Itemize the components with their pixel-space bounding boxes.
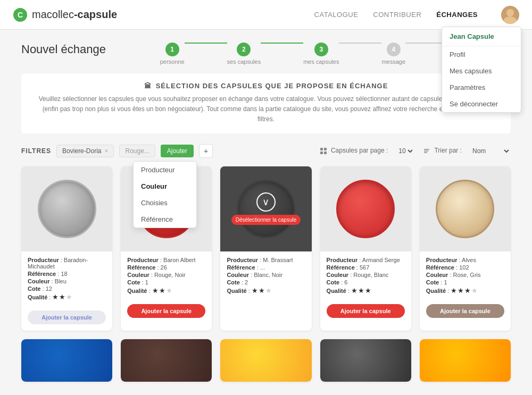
step-3: 3 mes capsules: [303, 43, 339, 65]
svg-rect-6: [324, 148, 327, 150]
step-circle-3: 3: [314, 43, 328, 56]
card-producteur-5: Producteur : Alves: [426, 257, 504, 263]
stars-5: ★★★★: [451, 287, 478, 295]
step-line-1: [185, 43, 227, 44]
card-cote-5: Cote : 1: [426, 279, 504, 285]
navbar: C macollec-capsule CATALOGUE CONTRIBUER …: [0, 0, 532, 30]
card-couleur-4: Couleur : Rouge, Blanc: [327, 272, 405, 278]
step-4: 4 message: [381, 43, 405, 65]
step-line-3: [339, 43, 381, 44]
step-label-2: ses capsules: [227, 58, 261, 65]
nav-catalogue[interactable]: CATALOGUE: [314, 11, 359, 19]
step-label-1: personne: [160, 58, 185, 65]
step-1: 1 personne: [160, 43, 185, 65]
plus-button[interactable]: +: [199, 144, 213, 158]
card-5: Producteur : Alves Référence : 102 Coule…: [420, 166, 511, 331]
card-body-4: Producteur : Armand Serge Référence : 56…: [320, 251, 411, 301]
filter-option-couleur[interactable]: Couleur: [134, 178, 196, 195]
sort-label: Trier par :: [423, 147, 462, 155]
partial-card-5: [420, 339, 511, 382]
add-capsule-button-5[interactable]: Ajouter la capsule: [426, 304, 504, 318]
nav-echanges[interactable]: ÉCHANGES: [436, 11, 478, 19]
selected-overlay: ∨ Désélectionner la capsule: [220, 166, 311, 251]
card-producteur-4: Producteur : Armand Serge: [327, 257, 405, 263]
capsule-visual-4: [336, 180, 395, 238]
filter-rouge: Rouge...: [119, 145, 155, 157]
dropdown-parametres[interactable]: Paramètres: [442, 79, 521, 96]
card-qualite-1: Qualité : ★★★: [28, 293, 106, 301]
card-reference-2: Référence : 26: [127, 264, 205, 271]
card-image-4: [320, 166, 411, 251]
stars-4: ★★★: [351, 287, 371, 295]
dropdown-profil[interactable]: Profil: [442, 46, 521, 63]
stars-3: ★★★: [252, 287, 272, 295]
card-body-2: Producteur : Baron Albert Référence : 26…: [121, 251, 212, 301]
add-capsule-button-4[interactable]: Ajouter la capsule: [327, 304, 405, 318]
section-header: 🏛 SÉLECTION DES CAPSULES QUE JE PROPOSE …: [21, 73, 511, 133]
grid-icon: [320, 147, 327, 155]
card-3: ∨ Désélectionner la capsule Producteur :…: [220, 166, 311, 331]
svg-rect-5: [320, 148, 323, 150]
dropdown-deconnexion[interactable]: Se déconnecter: [442, 96, 521, 112]
filter-remove-boviere[interactable]: ×: [104, 147, 108, 155]
filter-option-producteur[interactable]: Producteur: [134, 162, 196, 178]
card-body-1: Producteur : Baradon-Michaudet Référence…: [21, 251, 112, 307]
card-cote-1: Cote : 12: [28, 285, 106, 292]
partial-card-2: [121, 339, 212, 382]
card-couleur-3: Couleur : Blanc, Noir: [227, 272, 305, 278]
svg-text:C: C: [18, 11, 23, 19]
cards-grid: Producteur : Baradon-Michaudet Référence…: [21, 166, 511, 331]
svg-point-3: [506, 9, 514, 16]
section-description: Veuillez sélectionner les capsules que v…: [34, 94, 498, 125]
step-line-2: [261, 43, 303, 44]
card-reference-1: Référence : 18: [28, 271, 106, 277]
user-dropdown: Jean Capsule Profil Mes capsules Paramèt…: [442, 27, 521, 113]
stars-1: ★★★: [52, 293, 72, 301]
card-1: Producteur : Baradon-Michaudet Référence…: [21, 166, 112, 331]
filters-bar: FILTRES Boviere-Doria × Rouge... Ajouter…: [21, 144, 511, 158]
card-reference-3: Référence : ...: [227, 264, 305, 271]
avatar[interactable]: [501, 6, 519, 24]
card-cote-4: Cote : 6: [327, 279, 405, 285]
per-page-select[interactable]: 10 20 50: [396, 147, 414, 155]
card-qualite-5: Qualité : ★★★★: [426, 287, 504, 295]
filter-option-choisies[interactable]: Choisies: [134, 195, 196, 211]
step-2: 2 ses capsules: [227, 43, 261, 65]
stepper: 1 personne 2 ses capsules 3 mes capsules: [160, 43, 478, 65]
card-body-3: Producteur : M. Brassart Référence : ...…: [220, 251, 311, 301]
section-title: 🏛 SÉLECTION DES CAPSULES QUE JE PROPOSE …: [34, 82, 498, 90]
card-body-5: Producteur : Alves Référence : 102 Coule…: [420, 251, 511, 301]
step-label-3: mes capsules: [303, 58, 339, 65]
card-4: Producteur : Armand Serge Référence : 56…: [320, 166, 411, 331]
nav-contribuer[interactable]: CONTRIBUER: [373, 11, 421, 19]
controls-right: Capsules par page : 10 20 50 Trier par :: [320, 147, 511, 155]
capsule-visual-5: [436, 180, 494, 238]
card-image-3: ∨ Désélectionner la capsule: [220, 166, 311, 251]
dropdown-mes-capsules[interactable]: Mes capsules: [442, 63, 521, 79]
step-circle-4: 4: [387, 43, 401, 56]
card-couleur-1: Couleur : Bleu: [28, 278, 106, 284]
partial-card-4: [320, 339, 411, 382]
card-qualite-2: Qualité : ★★★: [127, 287, 205, 295]
ajouter-button[interactable]: Ajouter: [161, 145, 194, 157]
second-row: [21, 339, 511, 382]
add-capsule-button-1[interactable]: Ajouter la capsule: [28, 310, 106, 324]
filter-tag-boviere[interactable]: Boviere-Doria ×: [56, 145, 114, 157]
card-qualite-4: Qualité : ★★★: [327, 287, 405, 295]
dropdown-username: Jean Capsule: [442, 27, 521, 46]
step-circle-1: 1: [165, 43, 179, 56]
capsules-per-page-label: Capsules par page :: [320, 147, 388, 155]
partial-card-1: [21, 339, 112, 382]
card-cote-2: Cote : 1: [127, 279, 205, 285]
card-producteur-1: Producteur : Baradon-Michaudet: [28, 257, 106, 270]
card-producteur-2: Producteur : Baron Albert: [127, 257, 205, 263]
filter-option-reference[interactable]: Référence: [134, 211, 196, 228]
deselect-icon: ∨: [256, 192, 276, 212]
filter-dropdown: Producteur Couleur Choisies Référence: [133, 161, 197, 228]
step-circle-2: 2: [237, 43, 251, 56]
sort-select[interactable]: Nom Référence Cote: [470, 147, 511, 155]
section-icon: 🏛: [144, 82, 152, 90]
capsule-visual-1: [38, 180, 96, 238]
logo-text: macollec-capsule: [32, 9, 117, 21]
add-capsule-button-2[interactable]: Ajouter la capsule: [127, 304, 205, 318]
